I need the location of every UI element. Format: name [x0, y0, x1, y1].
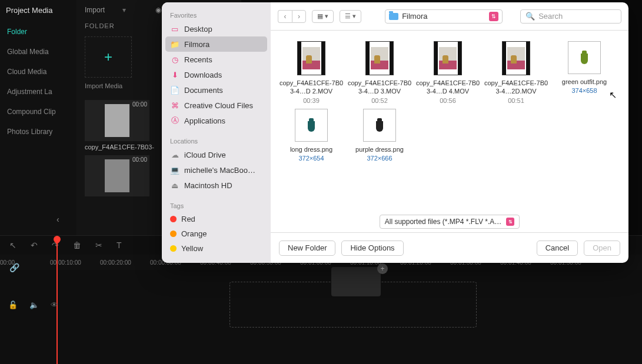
open-button[interactable]: Open [584, 241, 620, 256]
file-name: long dress.png [278, 145, 345, 153]
file-thumbnail [365, 41, 394, 75]
file-item[interactable]: copy_F4AE1CFE-7B03-4…D 3.MOV00:52 [346, 41, 413, 104]
file-meta: 372×666 [346, 155, 413, 162]
pointer-tool-icon[interactable]: ↖ [9, 241, 16, 250]
sidebar-item-macintosh-hd[interactable]: ⏏Macintosh HD [162, 178, 271, 193]
sidebar-item-label: Creative Cloud Files [184, 101, 253, 110]
disk-icon: ⏏ [170, 181, 179, 190]
media-clip-thumb[interactable]: 00:00 [85, 155, 149, 196]
editor-sidebar-item[interactable]: Folder [0, 22, 76, 42]
tag-item[interactable]: Yellow [162, 241, 271, 256]
collapse-arrow-icon[interactable]: ‹ [56, 215, 59, 224]
file-item[interactable]: long dress.png372×654 [278, 109, 345, 162]
hide-options-button[interactable]: Hide Options [341, 241, 403, 256]
file-name: copy_F4AE1CFE-7B03-4…2D.MOV [483, 79, 550, 96]
file-meta: 372×654 [278, 155, 345, 162]
playhead[interactable] [56, 236, 58, 364]
folder-icon [389, 13, 398, 20]
cancel-button[interactable]: Cancel [537, 241, 578, 256]
download-icon: ⬇ [170, 70, 179, 79]
file-type-filter[interactable]: All supported files (*.MP4 *.FLV *.A… ⇅ [380, 215, 520, 229]
dialog-button-row: New Folder Hide Options Cancel Open [271, 232, 628, 263]
cut-icon[interactable]: ✂ [95, 241, 102, 250]
sidebar-item-label: Downloads [184, 71, 222, 79]
editor-sidebar-item[interactable]: Cloud Media [0, 62, 76, 82]
sidebar-item-downloads[interactable]: ⬇Downloads [162, 67, 271, 82]
file-name: copy_F4AE1CFE-7B03-4…D 2.MOV [278, 79, 345, 96]
link-track-icon[interactable]: 🔗 [9, 263, 19, 272]
file-meta: 00:39 [278, 97, 345, 104]
project-media-title: Project Media [0, 6, 76, 22]
file-item[interactable]: copy_F4AE1CFE-7B03-4…2D.MOV00:51 [483, 41, 550, 104]
undo-icon[interactable]: ↶ [31, 241, 38, 250]
import-menu[interactable]: Import [85, 6, 105, 14]
finder-toolbar: ‹ › ▦ ▾ ☰ ▾ Filmora ⇅ 🔍 Search [271, 2, 628, 31]
file-thumbnail [568, 41, 601, 74]
timeline-placeholder-clip[interactable] [331, 267, 381, 296]
ruler-mark: 00:00:20:00 [100, 259, 150, 266]
sidebar-item-label: Recents [184, 55, 212, 64]
file-grid: copy_F4AE1CFE-7B03-4…D 2.MOV00:39copy_F4… [271, 31, 628, 209]
editor-sidebar-item[interactable]: Compound Clip [0, 102, 76, 122]
file-name: copy_F4AE1CFE-7B03-4…D 3.MOV [346, 79, 413, 96]
cc-icon: ⌘ [170, 101, 179, 110]
sidebar-item-icloud-drive[interactable]: ☁iCloud Drive [162, 147, 271, 162]
back-button[interactable]: ‹ [278, 10, 292, 23]
file-item[interactable]: purple dress.png372×666 [346, 109, 413, 162]
file-meta: 00:51 [483, 97, 550, 104]
sidebar-item-documents[interactable]: 📄Documents [162, 82, 271, 98]
file-meta: 374×658 [551, 87, 618, 94]
text-tool-icon[interactable]: T [117, 241, 122, 250]
delete-icon[interactable]: 🗑 [73, 241, 81, 250]
media-clip-thumb[interactable]: 00:00 [85, 100, 149, 141]
visibility-icon[interactable]: 👁 [51, 300, 58, 309]
file-thumbnail [295, 109, 328, 142]
file-item[interactable]: copy_F4AE1CFE-7B03-4…D 2.MOV00:39 [278, 41, 345, 104]
file-item[interactable]: copy_F4AE1CFE-7B03-4…D 4.MOV00:56 [414, 41, 481, 104]
clip-duration: 00:00 [132, 101, 147, 108]
timeline-drop-zone[interactable]: + [229, 282, 477, 328]
desktop-icon: ▭ [170, 24, 179, 34]
icon-view-button[interactable]: ▦ ▾ [312, 10, 334, 23]
search-placeholder: Search [538, 12, 563, 21]
editor-sidebar-item[interactable]: Global Media [0, 42, 76, 62]
group-view-button[interactable]: ☰ ▾ [340, 10, 361, 23]
mute-track-icon[interactable]: 🔈 [29, 300, 39, 309]
tag-item[interactable]: Red [162, 212, 271, 226]
locations-heading: Locations [162, 134, 271, 147]
sidebar-item-filmora[interactable]: 📁Filmora [165, 36, 267, 52]
add-clip-icon[interactable]: + [377, 263, 388, 274]
finder-sidebar: Favorites ▭Desktop📁Filmora◷Recents⬇Downl… [162, 2, 271, 263]
file-open-dialog: Favorites ▭Desktop📁Filmora◷Recents⬇Downl… [162, 2, 628, 263]
file-thumbnail [297, 41, 325, 75]
laptop-icon: 💻 [170, 165, 179, 175]
lock-track-icon[interactable]: 🔓 [8, 300, 18, 309]
clock-icon: ◷ [170, 55, 179, 64]
editor-sidebar-item[interactable]: Photos Library [0, 122, 76, 142]
sidebar-item-label: Applications [184, 116, 225, 125]
path-selector[interactable]: Filmora ⇅ [385, 9, 503, 24]
file-item[interactable]: green outfit.png374×658 [551, 41, 618, 104]
sidebar-item-desktop[interactable]: ▭Desktop [162, 21, 271, 36]
tag-color-dot [170, 216, 177, 222]
sidebar-item-label: Desktop [184, 25, 212, 34]
new-folder-button[interactable]: New Folder [279, 241, 335, 256]
sidebar-item-creative-cloud-files[interactable]: ⌘Creative Cloud Files [162, 98, 271, 113]
sidebar-item-recents[interactable]: ◷Recents [162, 52, 271, 67]
chevron-updown-icon: ⇅ [506, 218, 514, 226]
file-meta: 00:56 [414, 97, 481, 104]
sidebar-item-label: Filmora [184, 40, 209, 49]
tags-heading: Tags [162, 199, 271, 212]
tag-color-dot [170, 231, 177, 237]
sidebar-item-michelle-s-macboo-[interactable]: 💻michelle's MacBoo… [162, 162, 271, 178]
import-media-drop[interactable]: + [85, 36, 132, 78]
editor-sidebar-item[interactable]: Adjustment La [0, 82, 76, 102]
search-input[interactable]: 🔍 Search [520, 9, 621, 24]
file-thumbnail [363, 109, 396, 142]
sidebar-item-label: Documents [184, 86, 223, 95]
tag-color-dot [170, 245, 177, 252]
file-name: green outfit.png [551, 78, 618, 86]
forward-button[interactable]: › [292, 10, 306, 23]
tag-item[interactable]: Orange [162, 226, 271, 241]
sidebar-item-applications[interactable]: ⒶApplications [162, 113, 271, 128]
